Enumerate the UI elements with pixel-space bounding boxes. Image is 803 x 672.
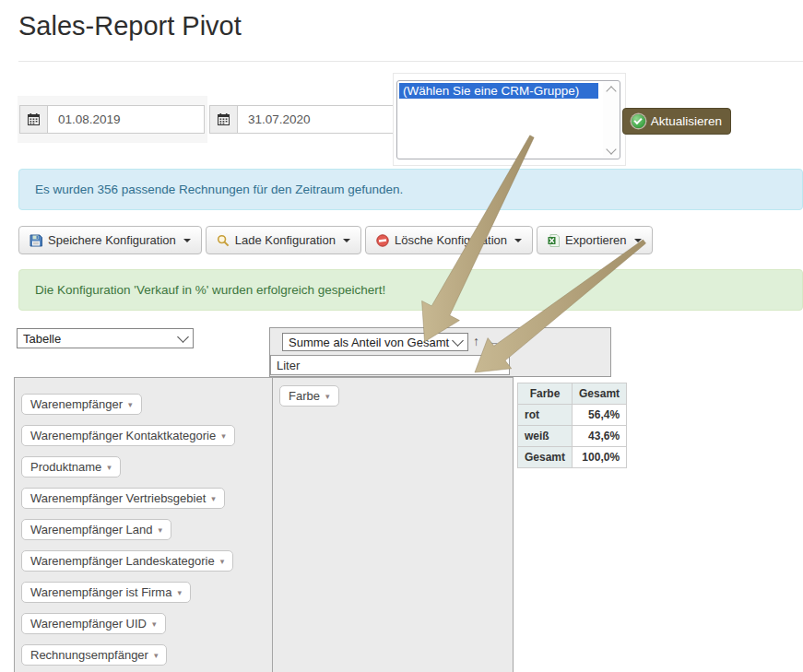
pivot-col-header: Farbe (518, 383, 573, 405)
field-pill[interactable]: Warenempfänger Landeskategorie▾ (21, 550, 233, 572)
field-pill-label: Farbe (289, 389, 320, 403)
success-alert-text: Die Konfiguration 'Verkauf in %' wurden … (35, 283, 385, 297)
aggregator-attribute-box[interactable]: Liter ▾ (270, 355, 510, 375)
refresh-button[interactable]: Aktualisieren (622, 108, 731, 135)
excel-icon (548, 234, 560, 247)
field-pill-label: Warenempfänger UID (30, 617, 147, 631)
pivot-col-header: Gesamt (573, 383, 627, 405)
field-pill[interactable]: Warenempfänger Vertriebsgebiet▾ (21, 488, 225, 509)
info-alert: Es wurden 356 passende Rechnungen für de… (18, 169, 803, 210)
triangle-down-icon[interactable]: ▾ (152, 619, 157, 629)
date-from-input[interactable]: 01.08.2019 (47, 105, 205, 134)
pivot-value-cell: 56,4% (573, 405, 627, 426)
date-to-input[interactable]: 31.07.2020 (237, 105, 395, 134)
sales-report-pivot-page: Sales-Report Pivot 01.08.2019 31.07.2020… (0, 0, 803, 672)
triangle-down-icon[interactable]: ▾ (221, 431, 226, 441)
pivot-result-table: FarbeGesamt rot56,4%weiß43,6%Gesamt100,0… (517, 383, 627, 468)
aggregator-select[interactable]: Summe als Anteil von Gesamt (282, 333, 468, 351)
triangle-down-icon[interactable]: ▾ (325, 392, 330, 401)
crm-group-listbox[interactable]: (Wählen Sie eine CRM-Gruppe) (396, 80, 620, 159)
pivot-value-cell: 43,6% (573, 426, 627, 447)
chevron-down-icon (452, 335, 464, 347)
caret-down-icon (183, 239, 191, 242)
magnifier-icon (217, 234, 230, 247)
field-pill-label: Warenempfänger (30, 397, 123, 411)
crm-group-option-selected[interactable]: (Wählen Sie eine CRM-Gruppe) (399, 83, 598, 99)
pivot-row-header: rot (518, 405, 573, 426)
load-config-button[interactable]: Lade Konfiguration (206, 226, 361, 254)
success-alert: Die Konfiguration 'Verkauf in %' wurden … (18, 269, 803, 311)
divider (18, 61, 803, 62)
pivot-table-body: rot56,4%weiß43,6%Gesamt100,0% (518, 405, 627, 468)
row-order-button[interactable]: ↑ (473, 334, 479, 348)
field-pill-label: Warenempfänger Landeskategorie (30, 554, 215, 568)
unused-fields-panel: Warenempfänger▾Warenempfänger Kontaktkat… (14, 377, 273, 672)
scroll-down-icon[interactable] (603, 143, 619, 158)
field-pill[interactable]: Farbe▾ (279, 385, 339, 407)
delete-config-button[interactable]: Lösche Konfiguration (365, 226, 533, 254)
page-title: Sales-Report Pivot (18, 11, 242, 41)
calendar-icon[interactable] (19, 105, 47, 134)
refresh-button-label: Aktualisieren (651, 114, 722, 128)
config-toolbar: Speichere KonfigurationLade Konfiguratio… (18, 226, 653, 254)
check-circle-icon (632, 114, 645, 128)
triangle-down-icon[interactable]: ▾ (159, 525, 163, 535)
button-label: Exportieren (565, 233, 626, 247)
aggregator-select-value: Summe als Anteil von Gesamt (289, 336, 454, 349)
pivot-table-head: FarbeGesamt (518, 383, 627, 405)
triangle-down-icon[interactable]: ▾ (154, 651, 159, 660)
col-order-button[interactable]: ← (487, 334, 500, 348)
date-from-group: 01.08.2019 (19, 105, 205, 134)
renderer-select-value: Tabelle (23, 332, 179, 346)
floppy-icon (30, 234, 42, 247)
calendar-icon[interactable] (209, 105, 237, 134)
triangle-down-icon[interactable]: ▾ (220, 557, 225, 566)
caret-down-icon (634, 239, 642, 242)
renderer-select[interactable]: Tabelle (17, 328, 194, 348)
triangle-down-icon[interactable]: ▾ (177, 588, 182, 597)
button-label: Lösche Konfiguration (395, 233, 507, 247)
caret-down-icon (514, 239, 522, 242)
table-row: Gesamt100,0% (518, 447, 627, 468)
field-pill-label: Rechnungsempfänger (30, 648, 148, 662)
field-pill[interactable]: Warenempfänger▾ (21, 394, 142, 415)
field-pill[interactable]: Warenempfänger UID▾ (21, 613, 166, 634)
info-alert-text: Es wurden 356 passende Rechnungen für de… (35, 183, 403, 196)
field-pill-label: Warenempfänger ist Firma (30, 585, 171, 599)
caret-down-icon (343, 239, 350, 242)
pivot-value-cell: 100,0% (573, 447, 627, 468)
triangle-down-icon[interactable]: ▾ (128, 400, 133, 409)
table-row: rot56,4% (518, 405, 627, 426)
field-pill-label: Produktname (30, 460, 101, 474)
column-fields-panel: Farbe▾ (273, 377, 514, 672)
pivot-row-header: weiß (518, 426, 573, 447)
scroll-up-icon[interactable] (603, 82, 619, 97)
pivot-row-header: Gesamt (518, 447, 573, 468)
field-pill[interactable]: Warenempfänger Land▾ (21, 519, 171, 540)
date-to-group: 31.07.2020 (209, 105, 395, 134)
minus-circle-icon (376, 234, 389, 247)
table-row: weiß43,6% (518, 426, 627, 447)
field-pill-label: Warenempfänger Land (30, 523, 153, 536)
triangle-down-icon: ▾ (499, 360, 503, 370)
triangle-down-icon[interactable]: ▾ (107, 463, 112, 472)
field-pill-label: Warenempfänger Vertriebsgebiet (30, 491, 206, 505)
field-pill[interactable]: Produktname▾ (21, 456, 121, 477)
field-pill[interactable]: Rechnungsempfänger▾ (21, 644, 167, 666)
button-label: Lade Konfiguration (235, 233, 336, 247)
button-label: Speichere Konfiguration (48, 233, 176, 247)
field-pill[interactable]: Warenempfänger Kontaktkategorie▾ (21, 425, 235, 446)
field-pill-label: Warenempfänger Kontaktkategorie (30, 429, 216, 442)
listbox-scrollbar[interactable] (603, 82, 619, 158)
triangle-down-icon[interactable]: ▾ (211, 494, 216, 503)
save-config-button[interactable]: Speichere Konfiguration (18, 226, 202, 254)
aggregator-attribute-label: Liter (277, 359, 300, 372)
field-pill[interactable]: Warenempfänger ist Firma▾ (21, 582, 191, 603)
chevron-down-icon (177, 331, 189, 343)
export-button[interactable]: Exportieren (537, 226, 652, 254)
